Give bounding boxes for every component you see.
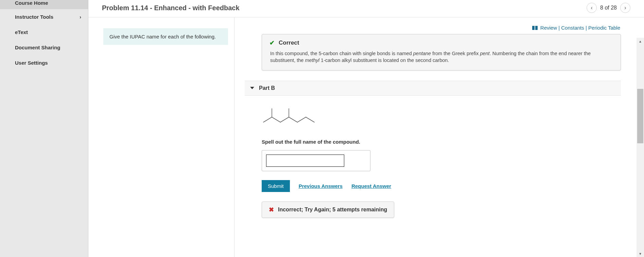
separator: |: [586, 25, 588, 31]
scroll-thumb[interactable]: [637, 89, 643, 143]
answer-frame: [262, 150, 370, 171]
problem-nav: ‹ 8 of 28 ›: [587, 3, 630, 13]
topbar: Problem 11.14 - Enhanced - with Feedback…: [88, 0, 644, 17]
part-prompt: Spell out the full name of the compound.: [262, 139, 621, 145]
problem-title: Problem 11.14 - Enhanced - with Feedback: [102, 4, 240, 12]
next-problem-button[interactable]: ›: [620, 3, 630, 13]
molecule-structure: [262, 105, 621, 130]
collapse-icon: [250, 87, 254, 89]
svg-line-3: [280, 117, 289, 122]
feedback-status: Correct: [279, 39, 299, 46]
sidebar-item-course-home[interactable]: Course Home: [0, 0, 88, 9]
scrollbar[interactable]: ▲ ▼: [637, 38, 644, 257]
sidebar: Course Home Instructor Tools › eText Doc…: [0, 0, 88, 257]
scroll-up-icon[interactable]: ▲: [637, 38, 644, 45]
svg-line-1: [272, 117, 280, 122]
attempt-status-text: Incorrect; Try Again; 5 attempts remaini…: [278, 207, 387, 213]
feedback-correct-box: ✔ Correct In this compound, the 5-carbon…: [262, 34, 621, 70]
x-icon: ✖: [269, 206, 274, 213]
previous-answers-link[interactable]: Previous Answers: [299, 183, 343, 189]
book-icon: [532, 26, 538, 30]
sidebar-item-document-sharing[interactable]: Document Sharing: [0, 40, 88, 55]
action-row: Submit Previous Answers Request Answer: [262, 180, 621, 192]
fb-text: 1-carbon alkyl substituent is located on…: [319, 58, 449, 63]
request-answer-link[interactable]: Request Answer: [351, 183, 391, 189]
sidebar-item-etext[interactable]: eText: [0, 25, 88, 40]
scroll-track[interactable]: [637, 45, 644, 250]
problem-count: 8 of 28: [600, 5, 617, 11]
chevron-right-icon: ›: [80, 14, 81, 20]
content-row: Give the IUPAC name for each of the foll…: [88, 17, 644, 257]
scroll-down-icon[interactable]: ▼: [637, 250, 644, 257]
feedback-body: In this compound, the 5-carbon chain wit…: [269, 50, 613, 64]
part-b-body: Spell out the full name of the compound.…: [245, 96, 630, 224]
sidebar-label: Course Home: [15, 0, 48, 6]
check-icon: ✔: [269, 39, 275, 47]
review-link[interactable]: Review: [540, 25, 557, 31]
svg-line-5: [289, 117, 297, 122]
svg-line-7: [306, 117, 314, 122]
svg-line-0: [263, 117, 272, 122]
main-area: Problem 11.14 - Enhanced - with Feedback…: [88, 0, 644, 257]
feedback-header: ✔ Correct: [269, 39, 613, 47]
fb-em: pent: [480, 51, 489, 56]
svg-line-6: [297, 117, 306, 122]
fb-em: methyl: [305, 58, 319, 63]
periodic-table-link[interactable]: Periodic Table: [588, 25, 620, 31]
answer-input[interactable]: [266, 155, 344, 167]
attempt-status-box: ✖ Incorrect; Try Again; 5 attempts remai…: [262, 202, 394, 218]
sidebar-item-instructor-tools[interactable]: Instructor Tools ›: [0, 9, 88, 25]
left-column: Give the IUPAC name for each of the foll…: [88, 17, 234, 257]
sidebar-label: Document Sharing: [15, 45, 60, 50]
sidebar-label: User Settings: [15, 60, 48, 66]
resource-links: Review | Constants | Periodic Table: [245, 17, 630, 34]
fb-text: In this compound, the 5-carbon chain wit…: [270, 51, 413, 56]
sidebar-label: eText: [15, 29, 28, 35]
part-title: Part B: [259, 85, 275, 91]
fb-text: from the Greek prefix: [431, 51, 480, 56]
sidebar-label: Instructor Tools: [15, 14, 53, 20]
fb-em: pentane: [413, 51, 431, 56]
prev-problem-button[interactable]: ‹: [587, 3, 597, 13]
part-b-header[interactable]: Part B: [245, 81, 621, 96]
sidebar-item-user-settings[interactable]: User Settings: [0, 55, 88, 70]
right-column: Review | Constants | Periodic Table ✔ Co…: [234, 17, 644, 257]
constants-link[interactable]: Constants: [561, 25, 584, 31]
submit-button[interactable]: Submit: [262, 180, 290, 192]
instruction-box: Give the IUPAC name for each of the foll…: [103, 28, 228, 45]
